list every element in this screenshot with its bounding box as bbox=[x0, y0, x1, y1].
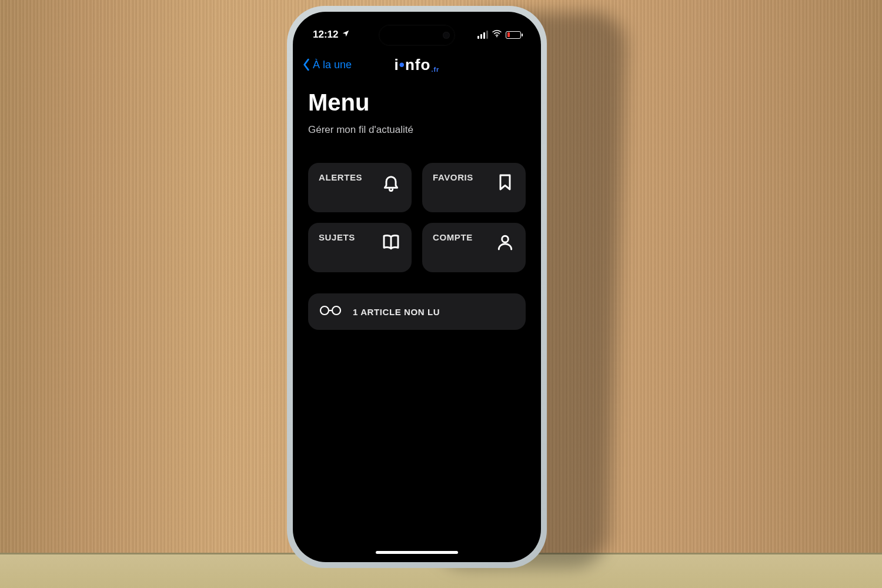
page-subtitle: Gérer mon fil d'actualité bbox=[308, 124, 526, 136]
tile-label: SUJETS bbox=[319, 232, 355, 242]
tile-favorites[interactable]: FAVORIS bbox=[422, 163, 526, 212]
battery-icon bbox=[506, 31, 521, 39]
tile-alerts[interactable]: ALERTES bbox=[308, 163, 412, 212]
back-button[interactable]: À la une bbox=[302, 52, 352, 78]
tile-label: ALERTES bbox=[319, 172, 362, 182]
dynamic-island bbox=[379, 25, 455, 46]
tile-subjects[interactable]: SUJETS bbox=[308, 223, 412, 272]
back-label: À la une bbox=[313, 59, 352, 71]
page-title: Menu bbox=[308, 89, 526, 116]
tile-label: FAVORIS bbox=[433, 172, 473, 182]
unread-button[interactable]: 1 ARTICLE NON LU bbox=[308, 293, 526, 330]
tile-label: COMPTE bbox=[433, 232, 473, 242]
bookmark-icon bbox=[495, 172, 515, 192]
brand-logo: i•nfo.fr bbox=[395, 56, 440, 74]
phone-screen: 12:12 À la une bbox=[296, 15, 537, 559]
cellular-icon bbox=[477, 31, 488, 39]
bell-icon bbox=[381, 172, 401, 192]
tile-account[interactable]: COMPTE bbox=[422, 223, 526, 272]
chevron-left-icon bbox=[302, 58, 310, 71]
screen-content: Menu Gérer mon fil d'actualité ALERTES F… bbox=[296, 83, 537, 559]
svg-point-1 bbox=[502, 236, 509, 242]
status-time: 12:12 bbox=[313, 29, 338, 41]
glasses-icon bbox=[319, 304, 342, 319]
svg-point-2 bbox=[320, 306, 329, 315]
book-icon bbox=[381, 232, 401, 252]
person-icon bbox=[495, 232, 515, 252]
menu-grid: ALERTES FAVORIS SUJETS bbox=[308, 163, 526, 272]
home-indicator[interactable] bbox=[376, 551, 458, 554]
location-icon bbox=[342, 29, 350, 41]
unread-label: 1 ARTICLE NON LU bbox=[353, 307, 440, 317]
wifi-icon bbox=[492, 29, 502, 41]
svg-point-3 bbox=[332, 306, 340, 315]
phone-bezel: 12:12 À la une bbox=[293, 12, 541, 562]
nav-bar: À la une i•nfo.fr bbox=[296, 52, 537, 78]
phone-frame: 12:12 À la une bbox=[287, 6, 547, 568]
svg-point-0 bbox=[496, 36, 497, 37]
